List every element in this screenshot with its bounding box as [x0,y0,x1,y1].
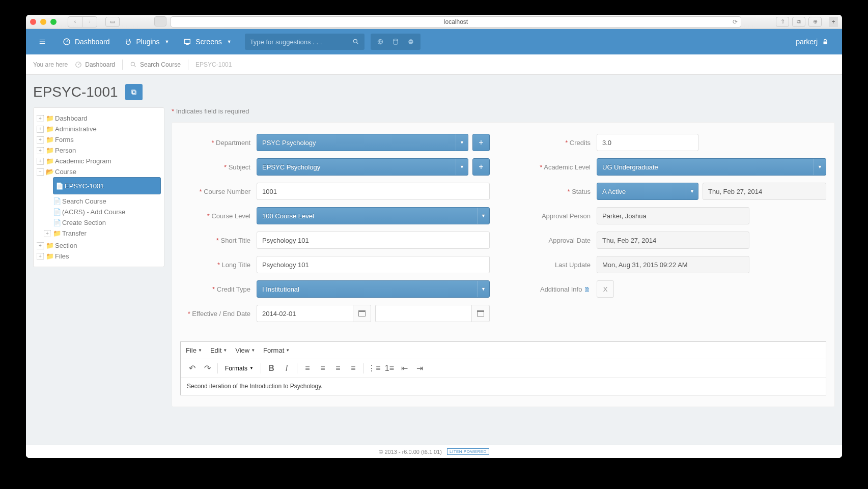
search-input[interactable] [250,38,352,46]
chevron-down-icon: ▼ [456,159,468,175]
tree-create-section[interactable]: 📄Create Section [53,219,161,226]
tree-section[interactable]: +📁Section [37,242,161,249]
crumb-search-course[interactable]: Search Course [130,61,181,68]
tree-dashboard[interactable]: +📁Dashboard [37,114,161,122]
subject-select[interactable]: EPSYC Psychology▼ [257,158,468,176]
tree-transfer[interactable]: +📁Transfer [53,229,161,237]
minimize-window-button[interactable] [40,19,46,25]
end-date-input[interactable] [375,305,471,322]
align-right-button[interactable]: ≡ [331,361,345,376]
forward-button[interactable]: › [82,17,97,27]
long-title-input[interactable] [257,256,490,273]
page-title: EPSYC-1001 [33,84,118,100]
tree-course[interactable]: −📂Course [37,168,161,176]
mac-titlebar: ‹ › ▭ localhost ⟳ ⇧ ⧉ ⊕ + [26,15,842,29]
redo-button[interactable]: ↷ [200,361,214,376]
chevron-down-icon: ▼ [164,39,169,44]
bold-button[interactable]: B [264,361,278,376]
outdent-button[interactable]: ⇤ [398,361,412,376]
editor-content[interactable]: Second iteration of the Introduction to … [181,378,826,395]
copy-button[interactable] [125,84,143,100]
formats-dropdown[interactable]: Formats ▼ [221,365,258,372]
gauge-icon [75,61,82,68]
editor-menu-file[interactable]: File ▼ [186,347,202,354]
file-icon: 📄 [53,208,60,216]
svg-point-16 [131,62,134,66]
course-level-select[interactable]: 100 Course Level▼ [257,207,490,224]
indent-button[interactable]: ⇥ [413,361,427,376]
credit-type-select[interactable]: I Institutional▼ [257,280,490,298]
tabs-icon[interactable]: ⧉ [792,17,805,27]
bullet-list-button[interactable]: ⋮≡ [367,361,381,376]
nav-screens[interactable]: Screens ▼ [176,29,238,54]
maximize-window-button[interactable] [50,19,57,25]
ordered-list-button[interactable]: 1≡ [382,361,397,376]
address-bar[interactable]: localhost ⟳ [171,16,741,27]
align-justify-button[interactable]: ≡ [346,361,360,376]
share-icon[interactable]: ⇧ [776,17,789,27]
add-subject-button[interactable]: + [472,158,490,176]
minus-circle-icon[interactable] [403,36,418,48]
chevron-down-icon: ▼ [227,39,232,44]
undo-button[interactable]: ↶ [185,361,199,376]
align-center-button[interactable]: ≡ [316,361,330,376]
calendar-button[interactable] [353,305,371,322]
effective-date-input[interactable] [257,305,353,322]
close-window-button[interactable] [30,19,36,25]
menu-toggle-button[interactable] [32,32,52,52]
editor-menu-format[interactable]: Format ▼ [263,347,290,354]
database-icon[interactable] [388,36,403,48]
chevron-down-icon: ▼ [814,159,826,175]
tree-forms[interactable]: +📁Forms [37,136,161,143]
additional-info-x-button[interactable]: X [597,280,614,298]
calendar-button[interactable] [471,305,490,322]
tree-person[interactable]: +📁Person [37,147,161,154]
academic-level-select[interactable]: UG Undergraduate▼ [597,158,826,176]
calendar-icon [358,310,366,317]
new-tab-button[interactable]: + [829,17,838,27]
reader-button[interactable] [154,16,166,26]
short-title-input[interactable] [257,232,490,249]
search-box[interactable] [245,34,365,50]
svg-rect-13 [824,41,827,44]
svg-point-7 [353,39,357,43]
sidebar-toggle-button[interactable]: ▭ [105,17,120,27]
calendar-icon [477,310,484,317]
chevron-down-icon: ▼ [456,134,468,151]
credits-input[interactable] [597,134,698,151]
reload-icon[interactable]: ⟳ [733,18,738,25]
editor-menu-view[interactable]: View ▼ [235,347,255,354]
align-left-button[interactable]: ≡ [300,361,315,376]
chevron-down-icon: ▼ [477,281,489,297]
info-icon[interactable]: 🗎 [584,285,591,293]
gauge-icon [63,38,71,46]
plug-icon [124,38,132,46]
search-icon[interactable] [352,38,359,45]
breadcrumb: You are here Dashboard Search Course EPS… [26,54,842,75]
italic-button[interactable]: I [279,361,294,376]
nav-plugins[interactable]: Plugins ▼ [117,29,177,54]
add-department-button[interactable]: + [472,134,490,151]
file-icon: 📄 [53,219,60,226]
svg-line-8 [356,43,358,44]
add-tab-icon[interactable]: ⊕ [808,17,822,27]
status-date [703,183,826,200]
back-button[interactable]: ‹ [68,17,82,27]
status-select[interactable]: A Active▼ [597,183,698,200]
tree-academic-program[interactable]: +📁Academic Program [37,157,161,165]
globe-icon[interactable] [373,36,388,48]
screen-icon [183,38,191,46]
editor-menu-edit[interactable]: Edit ▼ [210,347,227,354]
file-icon: 📄 [55,182,63,190]
tree-files[interactable]: +📁Files [37,252,161,260]
tree-epsyc-1001[interactable]: 📄EPSYC-1001 [53,177,161,194]
nav-dashboard[interactable]: Dashboard [55,29,117,54]
svg-rect-19 [131,90,134,93]
user-account[interactable]: parkerj [789,38,836,46]
tree-acrs[interactable]: 📄(ACRS) - Add Course [53,208,161,216]
course-number-input[interactable] [257,183,490,200]
department-select[interactable]: PSYC Psychology▼ [257,134,468,151]
crumb-dashboard[interactable]: Dashboard [75,61,115,68]
tree-administrative[interactable]: +📁Administrative [37,125,161,133]
tree-search-course[interactable]: 📄Search Course [53,197,161,205]
